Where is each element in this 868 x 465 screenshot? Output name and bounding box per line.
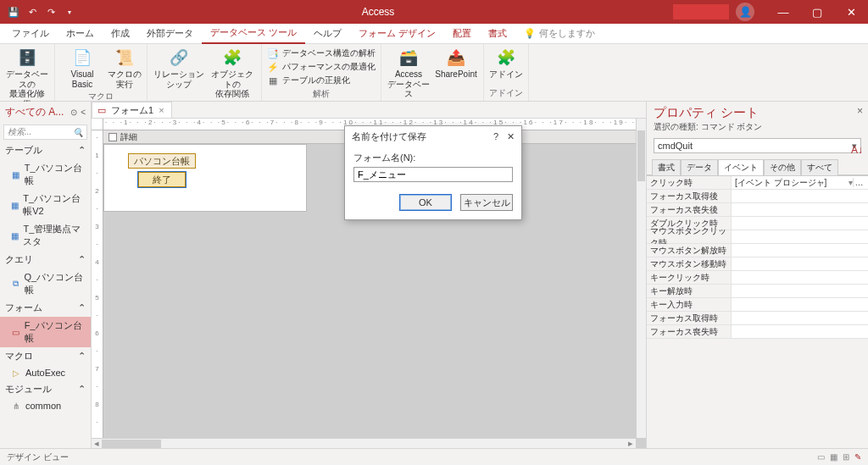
- tab-help[interactable]: ヘルプ: [305, 24, 350, 44]
- form-name-input[interactable]: [353, 167, 513, 182]
- property-object-selector[interactable]: cmdQuit ▾: [654, 138, 861, 153]
- property-row[interactable]: フォーカス喪失時: [647, 325, 868, 339]
- view-form-icon[interactable]: ▭: [817, 452, 825, 462]
- property-value[interactable]: [732, 190, 868, 202]
- property-value[interactable]: [732, 203, 868, 216]
- horizontal-scrollbar[interactable]: ◂ ▸: [92, 438, 636, 448]
- property-value[interactable]: [732, 230, 868, 243]
- property-close-icon[interactable]: ×: [857, 105, 863, 117]
- relationships-button[interactable]: 🔗 リレーションシップ: [153, 46, 205, 89]
- qat-customize-icon[interactable]: ▾: [63, 5, 76, 19]
- user-avatar-icon[interactable]: 👤: [736, 3, 754, 21]
- view-layout-icon[interactable]: ⊞: [843, 452, 849, 462]
- property-row[interactable]: マウスボタン解放時: [647, 244, 868, 257]
- property-value[interactable]: [732, 257, 868, 270]
- prop-tab-event[interactable]: イベント: [718, 159, 764, 175]
- view-design-icon[interactable]: ✎: [854, 452, 861, 462]
- property-row[interactable]: マウスボタン移動時: [647, 257, 868, 271]
- addins-button[interactable]: 🧩 アドイン: [489, 46, 523, 80]
- compact-repair-button[interactable]: 🗄️ データベースの 最適化/修復: [5, 46, 49, 108]
- document-tab[interactable]: ▭ フォーム1 ×: [92, 102, 172, 118]
- dependencies-button[interactable]: 🧩 オブジェクトの 依存関係: [209, 46, 256, 99]
- nav-cat-tables[interactable]: テーブル⌃: [0, 141, 91, 159]
- tab-form-design[interactable]: フォーム デザイン: [350, 24, 444, 44]
- dialog-close-icon[interactable]: ✕: [507, 131, 515, 142]
- analyze-structure-button[interactable]: 📑データベース構造の解析: [267, 47, 376, 59]
- property-value[interactable]: [732, 244, 868, 257]
- property-row[interactable]: フォーカス喪失後: [647, 203, 868, 217]
- prop-tab-other[interactable]: その他: [764, 159, 801, 175]
- property-row[interactable]: フォーカス取得時: [647, 312, 868, 325]
- cancel-button[interactable]: キャンセル: [460, 194, 513, 211]
- property-value[interactable]: [732, 298, 868, 311]
- run-macro-button[interactable]: 📜 マクロの 実行: [108, 46, 142, 89]
- nav-item-module[interactable]: ⋔common: [0, 398, 91, 413]
- scroll-right-icon[interactable]: ▸: [626, 438, 636, 448]
- tab-create[interactable]: 作成: [103, 24, 138, 44]
- button-control[interactable]: パソコン台帳: [128, 153, 196, 169]
- property-row[interactable]: フォーカス取得後: [647, 190, 868, 203]
- prop-tab-data[interactable]: データ: [681, 159, 718, 175]
- nav-item-form[interactable]: ▭F_パソコン台帳: [0, 317, 91, 347]
- move-sharepoint-button[interactable]: 📤 SharePoint: [434, 46, 478, 80]
- property-row[interactable]: キー解放時: [647, 285, 868, 298]
- ok-button[interactable]: OK: [399, 194, 452, 211]
- prop-tab-all[interactable]: すべて: [801, 159, 838, 175]
- user-name-block[interactable]: [673, 4, 729, 19]
- close-tab-icon[interactable]: ×: [159, 105, 164, 115]
- close-button[interactable]: ✕: [834, 0, 868, 24]
- nav-cat-queries[interactable]: クエリ⌃: [0, 251, 91, 268]
- nav-item-table[interactable]: ▦T_パソコン台帳: [0, 159, 91, 190]
- property-value[interactable]: [732, 312, 868, 324]
- tab-external[interactable]: 外部データ: [138, 24, 202, 44]
- nav-collapse-icon[interactable]: <: [81, 108, 86, 117]
- property-value[interactable]: [イベント プロシージャ]▾…: [732, 176, 868, 189]
- tell-me-label: 何をしますか: [539, 27, 595, 40]
- prop-tab-format[interactable]: 書式: [652, 159, 681, 175]
- view-datasheet-icon[interactable]: ▦: [830, 452, 837, 462]
- form-surface[interactable]: パソコン台帳 終了: [103, 144, 307, 212]
- tab-home[interactable]: ホーム: [58, 24, 103, 44]
- nav-item-macro[interactable]: ▷AutoExec: [0, 365, 91, 380]
- nav-item-table[interactable]: ▦T_パソコン台帳V2: [0, 190, 91, 220]
- nav-item-query[interactable]: ⧉Q_パソコン台帳: [0, 268, 91, 299]
- sort-icon[interactable]: A↓: [851, 144, 863, 156]
- property-value[interactable]: [732, 325, 868, 338]
- minimize-button[interactable]: —: [766, 0, 800, 24]
- analyze-performance-button[interactable]: ⚡パフォーマンスの最適化: [267, 61, 376, 73]
- undo-icon[interactable]: ↶: [25, 5, 39, 19]
- property-value[interactable]: [732, 285, 868, 297]
- maximize-button[interactable]: ▢: [800, 0, 834, 24]
- nav-cat-macros[interactable]: マクロ⌃: [0, 347, 91, 365]
- tab-database-tools[interactable]: データベース ツール: [202, 24, 305, 44]
- button-control-selected[interactable]: 終了: [138, 172, 186, 187]
- help-icon[interactable]: ?: [493, 131, 498, 141]
- section-selector[interactable]: [108, 133, 117, 141]
- tab-file[interactable]: ファイル: [3, 24, 58, 44]
- scroll-left-icon[interactable]: ◂: [92, 438, 102, 448]
- property-value[interactable]: [732, 217, 868, 230]
- analyze-table-button[interactable]: ▦テーブルの正規化: [267, 75, 376, 86]
- move-access-button[interactable]: 🗃️ Access データベース: [387, 46, 431, 99]
- property-value[interactable]: [732, 271, 868, 284]
- redo-icon[interactable]: ↷: [44, 5, 58, 19]
- nav-item-table[interactable]: ▦T_管理拠点マスタ: [0, 220, 91, 251]
- vertical-scrollbar[interactable]: [636, 119, 646, 438]
- property-row[interactable]: キークリック時: [647, 271, 868, 285]
- nav-cat-forms[interactable]: フォーム⌃: [0, 299, 91, 317]
- save-icon[interactable]: 💾: [7, 5, 20, 19]
- property-row[interactable]: クリック時[イベント プロシージャ]▾…: [647, 176, 868, 190]
- nav-dropdown-icon[interactable]: ⊙: [70, 108, 77, 117]
- nav-search-input[interactable]: 検索... 🔍: [3, 125, 87, 140]
- nav-title[interactable]: すべての A...: [5, 105, 64, 119]
- builder-button[interactable]: …: [853, 178, 865, 187]
- ruler-corner[interactable]: [92, 119, 103, 130]
- vertical-ruler[interactable]: ·1·2·3·4·5·6·7·8·9·10·11·12·13·14: [92, 130, 103, 438]
- tell-me[interactable]: 💡 何をしますか: [524, 27, 595, 40]
- tab-format[interactable]: 書式: [480, 24, 515, 44]
- property-row[interactable]: キー入力時: [647, 298, 868, 312]
- nav-cat-modules[interactable]: モジュール⌃: [0, 380, 91, 398]
- tab-arrange[interactable]: 配置: [444, 24, 480, 44]
- visual-basic-button[interactable]: 📄 Visual Basic: [60, 46, 104, 89]
- property-row[interactable]: マウスボタンクリック時: [647, 230, 868, 244]
